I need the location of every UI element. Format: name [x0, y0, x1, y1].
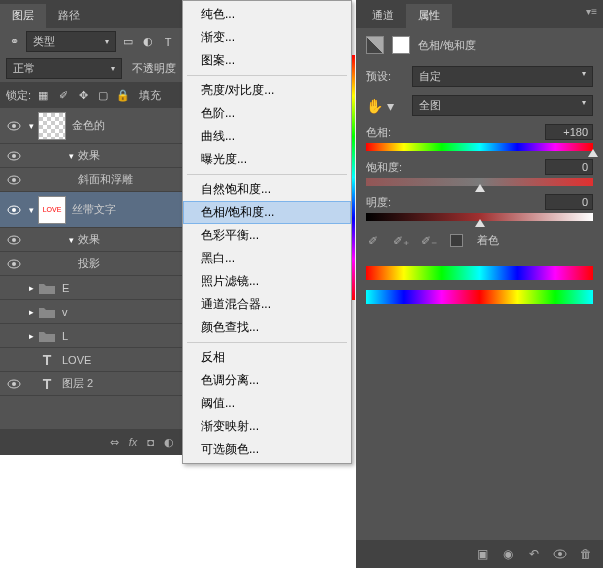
menu-item[interactable]: 亮度/对比度... [183, 79, 351, 102]
adjustment-context-menu: 纯色...渐变...图案...亮度/对比度...色阶...曲线...曝光度...… [182, 0, 352, 464]
menu-item[interactable]: 曝光度... [183, 148, 351, 171]
channel-row: ✋ ▾ 全图▾ [356, 91, 603, 120]
menu-item[interactable]: 曲线... [183, 125, 351, 148]
tab-properties[interactable]: 属性 [406, 4, 452, 28]
menu-item[interactable]: 黑白... [183, 247, 351, 270]
folder-icon [38, 305, 56, 319]
hand-icon[interactable]: ✋ ▾ [366, 98, 406, 114]
menu-item[interactable]: 渐变... [183, 26, 351, 49]
layer-effects2[interactable]: ▾ 效果 [0, 228, 182, 252]
menu-item[interactable]: 渐变映射... [183, 415, 351, 438]
adjustment-icon[interactable]: ◐ [164, 436, 174, 449]
layer-item-ribbon[interactable]: ▾ LOVE 丝带文字 [0, 192, 182, 228]
filter-select[interactable]: 类型▾ [26, 31, 116, 52]
svg-point-9 [12, 238, 16, 242]
effects-label: 效果 [78, 148, 100, 163]
blend-mode-select[interactable]: 正常▾ [6, 58, 122, 79]
lock-position-icon[interactable]: ✥ [75, 87, 91, 103]
layer-name: 丝带文字 [72, 202, 116, 217]
lock-all-icon[interactable]: 🔒 [115, 87, 131, 103]
visibility-icon[interactable] [7, 259, 21, 269]
reset-icon[interactable]: ↶ [527, 547, 541, 561]
lightness-value[interactable]: 0 [545, 194, 593, 210]
layer-shadow[interactable]: 投影 [0, 252, 182, 276]
lock-pixels-icon[interactable]: ▦ [35, 87, 51, 103]
filter-adjust-icon[interactable]: ◐ [140, 34, 156, 50]
mask-icon[interactable]: ◘ [147, 436, 154, 448]
visibility-icon[interactable] [7, 121, 21, 131]
menu-item[interactable]: 阈值... [183, 392, 351, 415]
visibility-icon[interactable] [7, 235, 21, 245]
filter-type-icon[interactable]: T [160, 34, 176, 50]
preset-select[interactable]: 自定▾ [412, 66, 593, 87]
clip-icon[interactable]: ▣ [475, 547, 489, 561]
props-bottom-bar: ▣ ◉ ↶ 🗑 [356, 540, 603, 568]
lightness-slider[interactable] [366, 213, 593, 221]
tab-paths[interactable]: 路径 [46, 4, 92, 28]
lock-artboard-icon[interactable]: ▢ [95, 87, 111, 103]
layer-text-love[interactable]: T LOVE [0, 348, 182, 372]
toggle-visibility-icon[interactable] [553, 547, 567, 561]
panel-menu-icon[interactable]: ▾≡ [586, 6, 597, 17]
toggle-icon[interactable]: ▾ [24, 205, 38, 215]
search-icon: ⚭ [6, 34, 22, 50]
menu-item[interactable]: 照片滤镜... [183, 270, 351, 293]
hue-value[interactable]: +180 [545, 124, 593, 140]
saturation-value[interactable]: 0 [545, 159, 593, 175]
delete-icon[interactable]: 🗑 [579, 547, 593, 561]
eyedropper-add-icon[interactable]: ✐₊ [394, 234, 408, 248]
toggle-icon[interactable]: ▾ [24, 121, 38, 131]
tab-layers[interactable]: 图层 [0, 4, 46, 28]
adjustment-type-icon [366, 36, 384, 54]
hue-slider[interactable] [366, 143, 593, 151]
props-tabs: 通道 属性 [356, 0, 603, 28]
layer-group-l[interactable]: ▸ L [0, 324, 182, 348]
saturation-label: 饱和度: [366, 160, 402, 175]
menu-item[interactable]: 纯色... [183, 3, 351, 26]
layer-group-e[interactable]: ▸ E [0, 276, 182, 300]
layer-group-v[interactable]: ▸ v [0, 300, 182, 324]
menu-item[interactable]: 色相/饱和度... [183, 201, 351, 224]
layer-2[interactable]: T 图层 2 [0, 372, 182, 396]
menu-item[interactable]: 颜色查找... [183, 316, 351, 339]
layers-tabs: 图层 路径 [0, 0, 182, 28]
visibility-icon[interactable] [7, 175, 21, 185]
layer-item-gold[interactable]: ▾ 金色的 [0, 108, 182, 144]
preset-row: 预设: 自定▾ [356, 62, 603, 91]
hue-edge-strip [352, 55, 355, 300]
eyedropper-subtract-icon[interactable]: ✐₋ [422, 234, 436, 248]
type-icon: T [38, 376, 56, 392]
link-icon[interactable]: ⇔ [110, 436, 119, 449]
hue-label: 色相: [366, 125, 391, 140]
layer-name: L [62, 330, 68, 342]
visibility-icon[interactable] [7, 379, 21, 389]
menu-separator [187, 174, 347, 175]
visibility-icon[interactable] [7, 205, 21, 215]
tab-channels[interactable]: 通道 [360, 4, 406, 28]
visibility-icon[interactable] [7, 151, 21, 161]
channel-select[interactable]: 全图▾ [412, 95, 593, 116]
menu-item[interactable]: 色调分离... [183, 369, 351, 392]
layer-name: 金色的 [72, 118, 105, 133]
menu-item[interactable]: 色阶... [183, 102, 351, 125]
filter-image-icon[interactable]: ▭ [120, 34, 136, 50]
view-previous-icon[interactable]: ◉ [501, 547, 515, 561]
menu-item[interactable]: 图案... [183, 49, 351, 72]
saturation-slider-row: 饱和度:0 [356, 155, 603, 190]
eyedropper-icon[interactable]: ✐ [366, 234, 380, 248]
layer-bevel[interactable]: 斜面和浮雕 [0, 168, 182, 192]
preset-label: 预设: [366, 69, 406, 84]
saturation-slider[interactable] [366, 178, 593, 186]
layer-effects[interactable]: ▾ 效果 [0, 144, 182, 168]
blend-row: 正常▾ 不透明度 [0, 55, 182, 82]
menu-item[interactable]: 色彩平衡... [183, 224, 351, 247]
menu-item[interactable]: 可选颜色... [183, 438, 351, 461]
menu-item[interactable]: 反相 [183, 346, 351, 369]
bevel-label: 斜面和浮雕 [78, 172, 133, 187]
menu-item[interactable]: 自然饱和度... [183, 178, 351, 201]
menu-item[interactable]: 通道混合器... [183, 293, 351, 316]
fx-icon[interactable]: fx [129, 436, 138, 448]
colorize-checkbox[interactable] [450, 234, 463, 247]
layers-bottom-bar: ⇔ fx ◘ ◐ [0, 429, 182, 455]
lock-brush-icon[interactable]: ✐ [55, 87, 71, 103]
